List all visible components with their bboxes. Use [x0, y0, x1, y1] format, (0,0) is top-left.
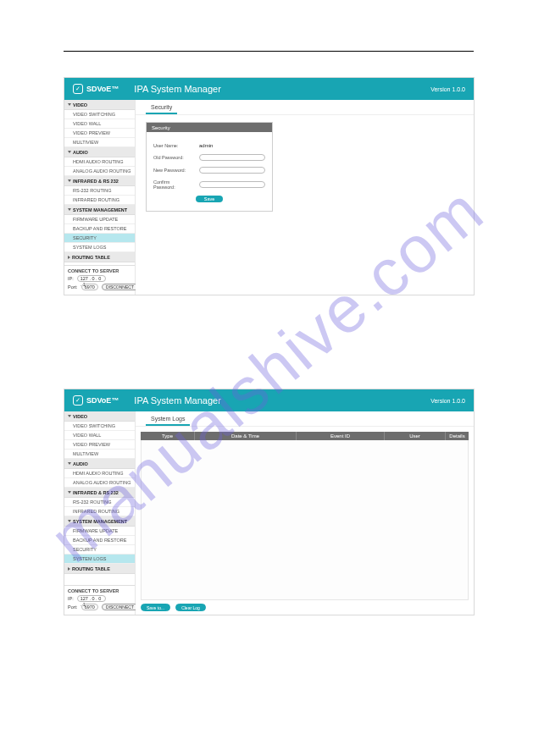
sidebar-item-security[interactable]: SECURITY: [64, 545, 135, 555]
port-label: Port:: [68, 284, 78, 290]
old-password-input[interactable]: [199, 154, 265, 161]
disconnect-button[interactable]: DISCONNECT: [102, 284, 138, 290]
sidebar-item-firmware[interactable]: FIRMWARE UPDATE: [64, 215, 135, 224]
sidebar-group-ir-rs232[interactable]: INFRARED & RS 232: [64, 488, 135, 498]
sidebar-group-routing-table[interactable]: ROUTING TABLE: [64, 564, 135, 574]
tab-security[interactable]: Security: [146, 102, 177, 114]
col-details: Details: [446, 432, 469, 440]
sidebar-item-infrared[interactable]: INFRARED ROUTING: [64, 507, 135, 516]
sidebar-item-firmware[interactable]: FIRMWARE UPDATE: [64, 527, 135, 536]
connect-header: CONNECT TO SERVER: [68, 588, 131, 593]
confirm-password-label: Confirm Password:: [153, 179, 192, 190]
sidebar: VIDEO VIDEO SWITCHING VIDEO WALL VIDEO P…: [64, 411, 136, 615]
tab-system-logs[interactable]: System Logs: [146, 413, 190, 426]
tab-bar: Security: [136, 100, 474, 115]
new-password-label: New Password:: [153, 168, 192, 173]
sidebar-item-infrared[interactable]: INFRARED ROUTING: [64, 196, 135, 205]
sidebar: VIDEO VIDEO SWITCHING VIDEO WALL VIDEO P…: [64, 100, 136, 295]
sidebar-item-security[interactable]: SECURITY: [64, 234, 135, 243]
sidebar-item-video-wall[interactable]: VIDEO WALL: [64, 119, 135, 129]
sidebar-item-hdmi-audio[interactable]: HDMI AUDIO ROUTING: [64, 469, 135, 478]
sidebar-item-rs232[interactable]: RS-232 ROUTING: [64, 186, 135, 196]
ip-label: IP:: [68, 276, 74, 281]
port-label: Port:: [68, 604, 78, 610]
chevron-down-icon: [68, 520, 71, 522]
titlebar: ✓ SDVoE™ IPA System Manager Version 1.0.…: [64, 78, 474, 100]
chevron-right-icon: [68, 567, 70, 571]
sidebar-item-multiview[interactable]: MULTIVIEW: [64, 450, 135, 459]
chevron-down-icon: [68, 462, 71, 465]
sidebar-item-video-preview[interactable]: VIDEO PREVIEW: [64, 440, 135, 450]
chevron-down-icon: [68, 415, 71, 417]
col-date-time: Date & Time: [195, 432, 297, 440]
sidebar-item-system-logs[interactable]: SYSTEM LOGS: [64, 555, 135, 564]
security-panel: Security User Name: admin Old Password: …: [146, 122, 273, 212]
logs-table-header: Type Date & Time Event ID User Details: [141, 432, 469, 440]
save-to-button[interactable]: Save to...: [141, 604, 170, 611]
version-label: Version 1.0.0: [430, 86, 465, 92]
app-title: IPA System Manager: [134, 395, 221, 406]
brand-text: SDVoE™: [86, 396, 119, 405]
connect-panel: CONNECT TO SERVER IP: 127 . 0 . 0 . 1 Po…: [64, 585, 135, 615]
confirm-password-input[interactable]: [199, 181, 265, 188]
disconnect-button[interactable]: DISCONNECT: [102, 604, 138, 610]
shield-icon: ✓: [73, 395, 83, 406]
panel-title: Security: [147, 123, 272, 132]
connect-panel: CONNECT TO SERVER IP: 127 . 0 . 0 . 1 Po…: [64, 265, 135, 295]
username-value: admin: [199, 143, 213, 148]
sidebar-item-backup[interactable]: BACKUP AND RESTORE: [64, 536, 135, 545]
sidebar-group-audio[interactable]: AUDIO: [64, 147, 135, 157]
sidebar-item-video-preview[interactable]: VIDEO PREVIEW: [64, 129, 135, 138]
sidebar-item-video-wall[interactable]: VIDEO WALL: [64, 431, 135, 440]
new-password-input[interactable]: [199, 167, 265, 174]
sidebar-group-video[interactable]: VIDEO: [64, 411, 135, 422]
main-area: System Logs Type Date & Time Event ID Us…: [136, 411, 474, 615]
chevron-right-icon: [68, 256, 70, 259]
sidebar-group-system-mgmt[interactable]: SYSTEM MANAGEMENT: [64, 516, 135, 527]
chevron-down-icon: [68, 103, 71, 106]
brand-text: SDVoE™: [86, 85, 119, 93]
version-label: Version 1.0.0: [430, 398, 465, 404]
brand-logo: ✓ SDVoE™: [73, 84, 119, 94]
sidebar-item-hdmi-audio[interactable]: HDMI AUDIO ROUTING: [64, 157, 135, 167]
sidebar-item-video-switching[interactable]: VIDEO SWITCHING: [64, 422, 135, 431]
sidebar-item-rs232[interactable]: RS-232 ROUTING: [64, 498, 135, 507]
col-user: User: [385, 432, 446, 440]
sidebar-group-video[interactable]: VIDEO: [64, 100, 135, 110]
sidebar-item-backup[interactable]: BACKUP AND RESTORE: [64, 224, 135, 234]
col-type: Type: [141, 432, 195, 440]
sidebar-group-audio[interactable]: AUDIO: [64, 459, 135, 469]
sidebar-group-system-mgmt[interactable]: SYSTEM MANAGEMENT: [64, 205, 135, 215]
sidebar-group-ir-rs232[interactable]: INFRARED & RS 232: [64, 176, 135, 186]
titlebar: ✓ SDVoE™ IPA System Manager Version 1.0.…: [64, 389, 474, 411]
brand-logo: ✓ SDVoE™: [73, 395, 119, 406]
sidebar-group-routing-table[interactable]: ROUTING TABLE: [64, 252, 135, 262]
old-password-label: Old Password:: [153, 155, 192, 160]
app-window-logs: ✓ SDVoE™ IPA System Manager Version 1.0.…: [64, 389, 475, 615]
chevron-down-icon: [68, 208, 71, 211]
connect-header: CONNECT TO SERVER: [68, 268, 131, 273]
logs-table-body: [141, 440, 469, 600]
clear-log-button[interactable]: Clear Log: [175, 604, 206, 611]
col-event-id: Event ID: [297, 432, 385, 440]
port-input[interactable]: 6970: [81, 604, 98, 610]
sidebar-item-analog-audio[interactable]: ANALOG AUDIO ROUTING: [64, 478, 135, 488]
sidebar-item-multiview[interactable]: MULTIVIEW: [64, 138, 135, 147]
app-window-security: ✓ SDVoE™ IPA System Manager Version 1.0.…: [64, 77, 475, 295]
app-title: IPA System Manager: [134, 84, 221, 94]
sidebar-item-video-switching[interactable]: VIDEO SWITCHING: [64, 110, 135, 119]
logs-footer: Save to... Clear Log: [136, 600, 474, 615]
save-button[interactable]: Save: [196, 196, 224, 202]
main-area: Security Security User Name: admin Old P…: [136, 100, 474, 295]
port-input[interactable]: 6970: [81, 284, 98, 290]
sidebar-item-analog-audio[interactable]: ANALOG AUDIO ROUTING: [64, 167, 135, 176]
chevron-down-icon: [68, 491, 71, 494]
ip-input[interactable]: 127 . 0 . 0 . 1: [77, 275, 106, 282]
sidebar-item-system-logs[interactable]: SYSTEM LOGS: [64, 243, 135, 252]
ip-label: IP:: [68, 596, 74, 601]
ip-input[interactable]: 127 . 0 . 0 . 1: [77, 595, 106, 602]
chevron-down-icon: [68, 179, 71, 182]
shield-icon: ✓: [73, 84, 83, 94]
tab-bar: System Logs: [136, 411, 474, 427]
chevron-down-icon: [68, 151, 71, 153]
